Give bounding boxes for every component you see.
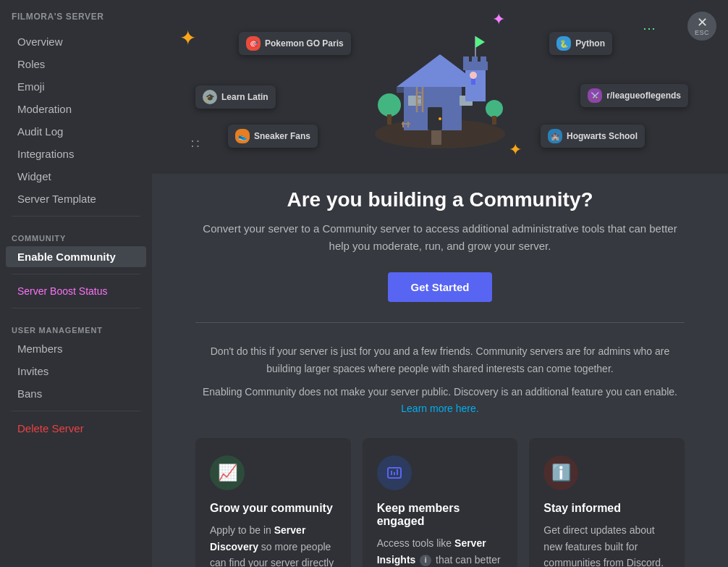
sidebar-item-roles[interactable]: Roles (6, 54, 146, 75)
latin-icon: 🎓 (203, 90, 217, 104)
feature-card-informed: ℹ️ Stay informed Get direct updates abou… (529, 438, 685, 567)
sidebar-item-delete-server[interactable]: Delete Server (6, 418, 146, 439)
esc-label: ESC (695, 29, 709, 36)
close-button[interactable]: ✕ ESC (687, 12, 716, 41)
svg-rect-11 (472, 56, 478, 64)
feature-cards: 📈 Grow your community Apply to be in Ser… (195, 438, 685, 567)
sidebar-item-enable-community[interactable]: Enable Community (6, 246, 146, 267)
sidebar-item-server-template[interactable]: Server Template (6, 188, 146, 209)
svg-marker-3 (397, 87, 404, 93)
league-icon: ⚔️ (588, 88, 602, 103)
server-name: Filmora's Server (0, 12, 152, 30)
floating-card-pokemon: 🎯 Pokemon GO Paris (239, 32, 351, 55)
svg-point-15 (378, 93, 401, 117)
svg-rect-12 (481, 56, 486, 64)
stay-informed-desc: Get direct updates about new features bu… (543, 522, 670, 567)
teal-dots-decoration: ⋯ (643, 20, 656, 36)
sneaker-icon: 👟 (235, 129, 250, 143)
close-icon: ✕ (697, 16, 708, 29)
svg-rect-32 (394, 472, 395, 475)
sidebar: Filmora's Server Overview Roles Emoji Mo… (0, 0, 152, 567)
sidebar-item-emoji[interactable]: Emoji (6, 76, 146, 97)
divider-danger (12, 411, 140, 411)
warning-text-1: Don't do this if your server is just for… (195, 343, 685, 378)
star-decoration-pink: ✦ (492, 10, 505, 29)
get-started-button[interactable]: Get Started (388, 272, 493, 302)
star-decoration-1: ✦ (179, 26, 196, 50)
grow-community-icon: 📈 (210, 455, 245, 490)
sidebar-item-members[interactable]: Members (6, 338, 146, 359)
grow-community-title: Grow your community (210, 502, 337, 515)
sidebar-item-server-boost[interactable]: Server Boost Status (6, 281, 146, 301)
info-icon: i (420, 555, 431, 566)
svg-point-17 (486, 100, 503, 117)
sidebar-item-moderation[interactable]: Moderation (6, 98, 146, 119)
stay-informed-title: Stay informed (543, 502, 670, 515)
keep-engaged-icon (377, 455, 412, 490)
divider-boost (12, 274, 140, 274)
floating-card-latin: 🎓 Learn Latin (195, 85, 276, 109)
keep-engaged-title: Keep members engaged (377, 502, 504, 528)
stay-informed-icon: ℹ️ (543, 455, 578, 490)
svg-rect-31 (391, 471, 392, 475)
floating-card-league: ⚔️ r/leagueoflegends (580, 84, 688, 107)
svg-rect-27 (402, 123, 410, 125)
grow-community-desc: Apply to be in Server Discovery so more … (210, 522, 337, 567)
keep-engaged-desc: Access tools like Server Insights i that… (377, 535, 504, 567)
sidebar-item-overview[interactable]: Overview (6, 31, 146, 52)
floating-card-python: 🐍 Python (549, 32, 612, 55)
svg-rect-24 (431, 130, 441, 145)
floating-card-sneaker: 👟 Sneaker Fans (228, 125, 318, 148)
svg-rect-29 (471, 79, 475, 85)
learn-more-link[interactable]: Learn more here. (401, 403, 478, 414)
hogwarts-icon: 🏰 (548, 129, 562, 143)
svg-rect-16 (387, 114, 391, 125)
divider-user-mgmt (12, 308, 140, 308)
content-area: Are you building a Community? Convert yo… (152, 174, 728, 567)
svg-rect-18 (492, 116, 496, 125)
sidebar-item-widget[interactable]: Widget (6, 166, 146, 187)
divider-community (12, 216, 140, 217)
community-subtitle: Convert your server to a Community serve… (201, 220, 679, 255)
sidebar-item-invites[interactable]: Invites (6, 361, 146, 382)
svg-rect-10 (463, 56, 469, 64)
svg-point-28 (470, 72, 477, 79)
section-community: Community (0, 222, 152, 245)
hero-illustration (353, 14, 527, 159)
sidebar-item-bans[interactable]: Bans (6, 383, 146, 404)
feature-card-engage: Keep members engaged Access tools like S… (363, 438, 518, 567)
main-content: ✕ ESC ✦ ✦ ✦ ∷ ⋯ 🎯 Pokemon GO Paris 🐍 Pyt… (152, 0, 728, 567)
sidebar-item-integrations[interactable]: Integrations (6, 143, 146, 164)
hero-area: ✦ ✦ ✦ ∷ ⋯ 🎯 Pokemon GO Paris 🐍 Python 🎓 … (152, 0, 728, 174)
pokemon-icon: 🎯 (246, 36, 261, 51)
floating-card-hogwarts: 🏰 Hogwarts School (541, 125, 645, 148)
sidebar-item-audit-log[interactable]: Audit Log (6, 121, 146, 142)
page-title: Are you building a Community? (195, 188, 685, 211)
star-decoration-2: ✦ (509, 140, 522, 159)
warning-text-2: Enabling Community does not make your se… (195, 384, 685, 419)
dots-decoration: ∷ (191, 136, 200, 152)
section-user-management: User Management (0, 314, 152, 337)
svg-rect-33 (397, 469, 398, 475)
divider-main (195, 322, 685, 323)
svg-point-5 (439, 117, 441, 120)
feature-card-grow: 📈 Grow your community Apply to be in Ser… (195, 438, 351, 567)
python-icon: 🐍 (556, 36, 571, 51)
svg-marker-14 (475, 36, 485, 48)
